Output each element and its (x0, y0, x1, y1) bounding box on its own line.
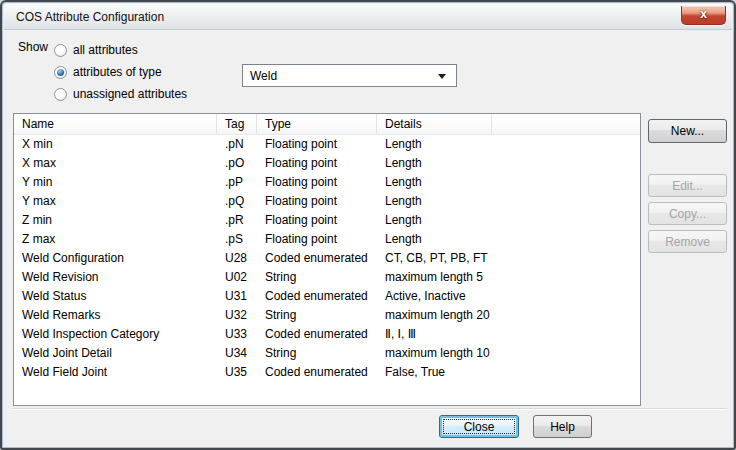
cell-name: X max (14, 154, 217, 173)
radio-all-attributes-label[interactable]: all attributes (73, 43, 138, 57)
radio-unassigned-attributes[interactable]: unassigned attributes (54, 86, 187, 102)
table-row[interactable]: X max .pO Floating point Length (14, 154, 640, 173)
cell-type: Floating point (257, 230, 377, 249)
new-button[interactable]: New... (648, 119, 727, 143)
edit-button[interactable]: Edit... (648, 174, 727, 197)
cell-type: Coded enumerated (257, 325, 377, 344)
show-group-label: Show (18, 40, 48, 54)
cell-tag: .pR (217, 211, 257, 230)
cell-type: Coded enumerated (257, 363, 377, 382)
column-header-type[interactable]: Type (257, 114, 377, 134)
cell-name: Y min (14, 173, 217, 192)
cell-details: Length (377, 192, 492, 211)
column-header-details[interactable]: Details (377, 114, 492, 134)
cell-name: Y max (14, 192, 217, 211)
radio-button-icon[interactable] (54, 88, 67, 101)
cell-details: Length (377, 230, 492, 249)
help-button[interactable]: Help (533, 415, 592, 438)
cell-tag: U02 (217, 268, 257, 287)
remove-button[interactable]: Remove (648, 230, 727, 253)
column-header-empty (492, 114, 640, 134)
cell-tag: U35 (217, 363, 257, 382)
table-row[interactable]: Weld Inspection Category U33 Coded enume… (14, 325, 640, 344)
table-row[interactable]: Weld Configuration U28 Coded enumerated … (14, 249, 640, 268)
footer-separator (13, 408, 727, 410)
table-row[interactable]: Y max .pQ Floating point Length (14, 192, 640, 211)
cell-details: maximum length 10 (377, 344, 492, 363)
type-dropdown[interactable]: Weld (242, 64, 457, 87)
cell-tag: U33 (217, 325, 257, 344)
cell-name: Weld Status (14, 287, 217, 306)
cell-type: Coded enumerated (257, 249, 377, 268)
radio-attributes-of-type-label[interactable]: attributes of type (73, 65, 162, 79)
cell-details: maximum length 20 (377, 306, 492, 325)
cell-name: Weld Revision (14, 268, 217, 287)
cos-attribute-configuration-dialog: COS Attribute Configuration x Show all a… (0, 0, 736, 450)
type-dropdown-value: Weld (250, 69, 277, 83)
cell-type: Floating point (257, 135, 377, 154)
column-header-name[interactable]: Name (14, 114, 217, 134)
cell-name: Weld Remarks (14, 306, 217, 325)
radio-all-attributes[interactable]: all attributes (54, 42, 138, 58)
table-row[interactable]: Z min .pR Floating point Length (14, 211, 640, 230)
radio-attributes-of-type[interactable]: attributes of type (54, 64, 162, 80)
cell-details: Length (377, 173, 492, 192)
table-row[interactable]: Weld Status U31 Coded enumerated Active,… (14, 287, 640, 306)
titlebar[interactable]: COS Attribute Configuration x (4, 4, 732, 30)
cell-details: Ⅱ, Ⅰ, Ⅲ (377, 325, 492, 344)
cell-details: CT, CB, PT, PB, FT (377, 249, 492, 268)
cell-type: Floating point (257, 192, 377, 211)
cell-tag: .pQ (217, 192, 257, 211)
cell-type: Floating point (257, 173, 377, 192)
radio-button-icon[interactable] (54, 44, 67, 57)
attribute-list[interactable]: Name Tag Type Details X min .pN Floating… (13, 113, 641, 406)
attribute-list-header: Name Tag Type Details (14, 114, 640, 135)
cell-tag: .pP (217, 173, 257, 192)
table-row[interactable]: Z max .pS Floating point Length (14, 230, 640, 249)
table-row[interactable]: Weld Revision U02 String maximum length … (14, 268, 640, 287)
table-row[interactable]: Weld Joint Detail U34 String maximum len… (14, 344, 640, 363)
cell-tag: U28 (217, 249, 257, 268)
cell-details: False, True (377, 363, 492, 382)
close-icon: x (682, 8, 725, 21)
cell-name: Weld Configuration (14, 249, 217, 268)
close-button[interactable]: Close (439, 415, 519, 438)
copy-button[interactable]: Copy... (648, 202, 727, 225)
cell-tag: U31 (217, 287, 257, 306)
cell-type: String (257, 344, 377, 363)
close-window-button[interactable]: x (681, 6, 726, 25)
radio-button-selected-icon[interactable] (54, 66, 67, 79)
table-row[interactable]: Weld Field Joint U35 Coded enumerated Fa… (14, 363, 640, 382)
cell-tag: U32 (217, 306, 257, 325)
cell-details: Length (377, 211, 492, 230)
cell-tag: U34 (217, 344, 257, 363)
dialog-title: COS Attribute Configuration (16, 10, 164, 24)
cell-name: Weld Joint Detail (14, 344, 217, 363)
cell-details: Length (377, 135, 492, 154)
cell-type: String (257, 268, 377, 287)
table-row[interactable]: X min .pN Floating point Length (14, 135, 640, 154)
chevron-down-icon[interactable] (438, 74, 446, 79)
cell-type: Floating point (257, 211, 377, 230)
cell-name: X min (14, 135, 217, 154)
cell-tag: .pS (217, 230, 257, 249)
cell-tag: .pN (217, 135, 257, 154)
cell-details: maximum length 5 (377, 268, 492, 287)
cell-type: Coded enumerated (257, 287, 377, 306)
cell-details: Length (377, 154, 492, 173)
column-header-tag[interactable]: Tag (217, 114, 257, 134)
cell-details: Active, Inactive (377, 287, 492, 306)
table-row[interactable]: Y min .pP Floating point Length (14, 173, 640, 192)
cell-name: Weld Inspection Category (14, 325, 217, 344)
cell-name: Z max (14, 230, 217, 249)
cell-tag: .pO (217, 154, 257, 173)
cell-type: Floating point (257, 154, 377, 173)
cell-type: String (257, 306, 377, 325)
table-row[interactable]: Weld Remarks U32 String maximum length 2… (14, 306, 640, 325)
cell-name: Z min (14, 211, 217, 230)
radio-unassigned-attributes-label[interactable]: unassigned attributes (73, 87, 187, 101)
cell-name: Weld Field Joint (14, 363, 217, 382)
